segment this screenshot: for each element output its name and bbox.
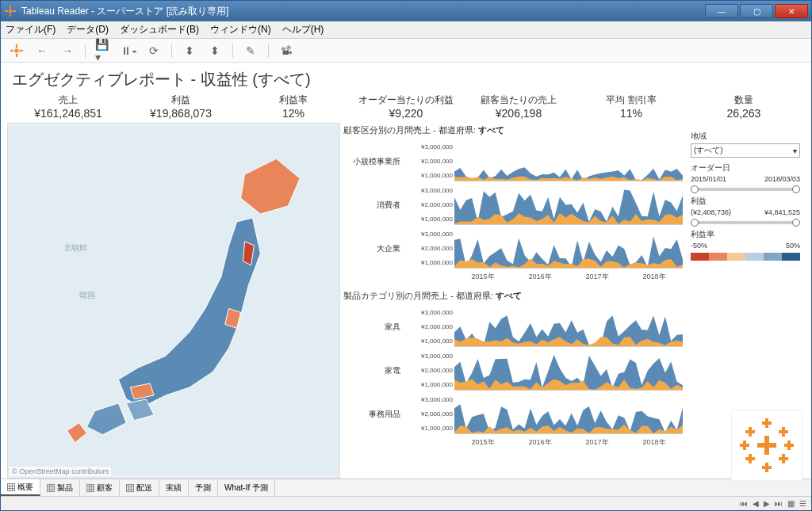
chart-row-label: 大企業 bbox=[343, 243, 405, 254]
menu-file[interactable]: ファイル(F) bbox=[6, 23, 56, 36]
filter-region-select[interactable]: (すべて) ▾ bbox=[691, 143, 800, 158]
grid-view-icon[interactable]: ▦ bbox=[787, 499, 795, 508]
chart-y-axis: ¥3,000,000¥2,000,000¥1,000,000 bbox=[405, 231, 454, 266]
menu-dashboard[interactable]: ダッシュボード(B) bbox=[120, 23, 199, 36]
svg-rect-24 bbox=[779, 430, 788, 433]
sort-desc-button[interactable]: ⬍ bbox=[207, 43, 223, 59]
chart-plot bbox=[454, 351, 683, 391]
filter-profitrate-label: 利益率 bbox=[691, 229, 800, 240]
chart-y-axis: ¥3,000,000¥2,000,000¥1,000,000 bbox=[405, 396, 454, 432]
dashboard-icon bbox=[47, 484, 55, 492]
sort-asc-button[interactable]: ⬍ bbox=[182, 43, 197, 59]
kpi-row: 売上 ¥161,246,851 利益 ¥19,868,073 利益率 12% オ… bbox=[1, 93, 811, 120]
svg-rect-20 bbox=[787, 440, 791, 450]
svg-rect-7 bbox=[10, 49, 14, 51]
tableau-icon[interactable] bbox=[9, 43, 25, 59]
svg-rect-14 bbox=[762, 421, 772, 425]
japan-map[interactable]: 北朝鮮 韓国 © OpenStreetMap contributors bbox=[7, 123, 340, 479]
highlight-button[interactable]: ✎ bbox=[243, 43, 259, 59]
svg-rect-26 bbox=[745, 457, 755, 460]
sheet-tab[interactable]: 製品 bbox=[40, 479, 80, 496]
xaxis-sec1: 2015年 2016年 2017年 2018年 bbox=[343, 272, 683, 282]
svg-rect-0 bbox=[10, 6, 11, 9]
kpi-profit: 利益 ¥19,868,073 bbox=[124, 93, 237, 120]
app-icon bbox=[4, 5, 17, 17]
nav-first-icon[interactable]: ⏮ bbox=[740, 499, 748, 508]
maximize-button[interactable]: ▢ bbox=[740, 4, 773, 18]
chart-row[interactable]: 大企業¥3,000,000¥2,000,000¥1,000,000 bbox=[343, 227, 683, 270]
kpi-profit-rate: 利益率 12% bbox=[237, 93, 350, 120]
sheet-tab[interactable]: 実績 bbox=[159, 479, 189, 496]
charts-column: 顧客区分別の月間売上 - 都道府県: すべて 小規模事業所¥3,000,000¥… bbox=[343, 123, 683, 479]
sheet-tab[interactable]: 配送 bbox=[120, 479, 159, 496]
pause-button[interactable]: ⏸▾ bbox=[121, 43, 136, 59]
chart-row[interactable]: 家電¥3,000,000¥2,000,000¥1,000,000 bbox=[343, 349, 683, 392]
nav-prev-icon[interactable]: ◀ bbox=[753, 499, 759, 508]
nav-next-icon[interactable]: ▶ bbox=[764, 499, 770, 508]
slider-handle-max[interactable] bbox=[792, 219, 800, 227]
filter-profit-slider[interactable] bbox=[694, 221, 797, 224]
titlebar: Tableau Reader - スーパーストア [読み取り専用] — ▢ ✕ bbox=[1, 1, 811, 21]
chart-section2-title: 製品カテゴリ別の月間売上 - 都道府県: すべて bbox=[343, 288, 683, 303]
map-label-south-korea: 韓国 bbox=[79, 290, 95, 301]
svg-rect-18 bbox=[743, 440, 746, 450]
window-title: Tableau Reader - スーパーストア [読み取り専用] bbox=[21, 5, 705, 18]
slider-handle-min[interactable] bbox=[691, 185, 699, 193]
profitrate-color-legend bbox=[691, 253, 800, 261]
chart-row[interactable]: 事務用品¥3,000,000¥2,000,000¥1,000,000 bbox=[343, 392, 683, 436]
sheet-tab-bar: 概要製品顧客配送実績予測What-If 予測 bbox=[1, 479, 811, 496]
dashboard-icon bbox=[7, 483, 15, 491]
sheet-tab[interactable]: 顧客 bbox=[80, 479, 120, 496]
svg-rect-8 bbox=[19, 49, 23, 51]
dashboard-icon bbox=[86, 484, 94, 492]
kpi-quantity: 数量 26,263 bbox=[688, 93, 800, 120]
chart-row-label: 小規模事業所 bbox=[343, 156, 405, 167]
svg-rect-22 bbox=[745, 430, 755, 433]
chart-row[interactable]: 小規模事業所¥3,000,000¥2,000,000¥1,000,000 bbox=[343, 139, 683, 183]
chart-y-axis: ¥3,000,000¥2,000,000¥1,000,000 bbox=[405, 309, 454, 345]
menu-data[interactable]: データ(D) bbox=[67, 23, 109, 36]
menubar: ファイル(F) データ(D) ダッシュボード(B) ウィンドウ(N) ヘルプ(H… bbox=[1, 21, 811, 39]
nav-last-icon[interactable]: ⏭ bbox=[775, 499, 783, 508]
svg-rect-9 bbox=[15, 48, 19, 52]
dashboard-content: エグゼクティブレポート - 収益性 (すべて) 売上 ¥161,246,851 … bbox=[1, 63, 811, 479]
chart-row-label: 事務用品 bbox=[343, 409, 405, 420]
menu-window[interactable]: ウィンドウ(N) bbox=[210, 23, 271, 36]
svg-rect-2 bbox=[5, 10, 8, 12]
filter-orderdate-slider[interactable] bbox=[694, 188, 797, 191]
close-button[interactable]: ✕ bbox=[775, 4, 808, 18]
undo-button[interactable]: ← bbox=[34, 43, 50, 59]
svg-rect-16 bbox=[762, 466, 772, 469]
sheet-tab[interactable]: What-If 予測 bbox=[218, 479, 275, 496]
toolbar: ← → 💾▾ ⏸▾ ⟳ ⬍ ⬍ ✎ 📽 bbox=[1, 39, 811, 63]
map-label-north-korea: 北朝鮮 bbox=[63, 242, 87, 254]
sheet-tab[interactable]: 概要 bbox=[1, 479, 40, 496]
redo-button[interactable]: → bbox=[59, 43, 75, 59]
filter-orderdate-label: オーダー日 bbox=[691, 162, 800, 174]
map-attribution: © OpenStreetMap contributors bbox=[10, 467, 111, 476]
refresh-button[interactable]: ⟳ bbox=[146, 43, 162, 59]
minimize-button[interactable]: — bbox=[705, 4, 738, 18]
svg-rect-5 bbox=[16, 44, 17, 48]
chart-plot bbox=[454, 185, 683, 225]
svg-rect-12 bbox=[757, 443, 776, 448]
report-title: エグゼクティブレポート - 収益性 (すべて) bbox=[1, 63, 811, 93]
chart-y-axis: ¥3,000,000¥2,000,000¥1,000,000 bbox=[405, 353, 454, 388]
slider-handle-max[interactable] bbox=[792, 185, 800, 193]
chart-y-axis: ¥3,000,000¥2,000,000¥1,000,000 bbox=[405, 143, 454, 179]
chart-row[interactable]: 家具¥3,000,000¥2,000,000¥1,000,000 bbox=[343, 305, 683, 349]
save-button[interactable]: 💾▾ bbox=[95, 43, 111, 59]
svg-rect-3 bbox=[13, 10, 16, 12]
chart-row[interactable]: 消費者¥3,000,000¥2,000,000¥1,000,000 bbox=[343, 183, 683, 227]
menu-help[interactable]: ヘルプ(H) bbox=[282, 23, 324, 36]
sheet-tab[interactable]: 予測 bbox=[189, 479, 218, 496]
svg-rect-28 bbox=[779, 457, 788, 460]
chart-y-axis: ¥3,000,000¥2,000,000¥1,000,000 bbox=[405, 187, 454, 223]
list-view-icon[interactable]: ☰ bbox=[799, 499, 806, 508]
chart-plot bbox=[454, 395, 683, 434]
filter-region-label: 地域 bbox=[691, 131, 800, 142]
chart-plot bbox=[454, 229, 683, 269]
presentation-button[interactable]: 📽 bbox=[278, 43, 294, 59]
slider-handle-min[interactable] bbox=[691, 219, 699, 227]
svg-rect-6 bbox=[16, 53, 17, 57]
